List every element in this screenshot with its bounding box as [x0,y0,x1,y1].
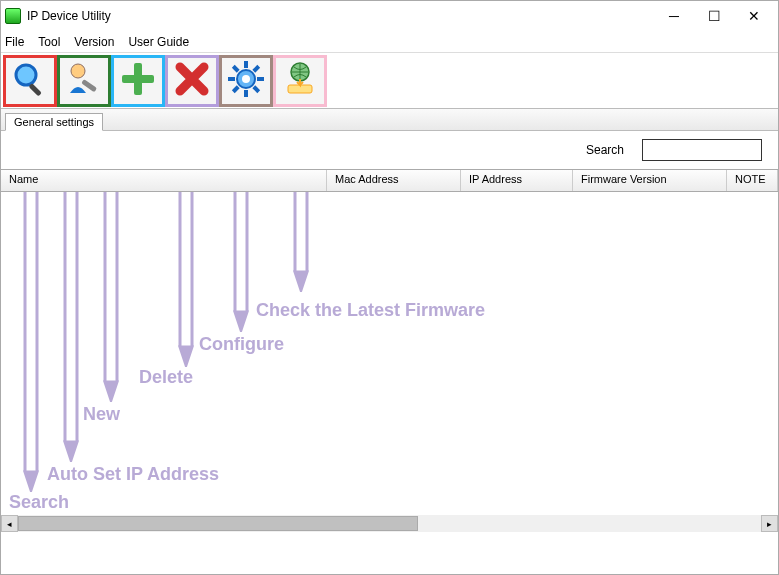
horizontal-scrollbar[interactable]: ◂ ▸ [1,515,778,532]
arrow-firmware [291,192,311,292]
col-mac[interactable]: Mac Address [327,170,461,191]
titlebar: IP Device Utility ─ ☐ ✕ [1,1,778,31]
annot-configure: Configure [199,334,284,355]
annot-firmware: Check the Latest Firmware [256,300,485,321]
svg-rect-8 [244,90,248,97]
globe-download-icon [280,59,320,102]
maximize-button[interactable]: ☐ [694,2,734,30]
annot-new: New [83,404,120,425]
menu-tool[interactable]: Tool [38,35,60,49]
search-input[interactable] [642,139,762,161]
close-button[interactable]: ✕ [734,2,774,30]
plus-icon [118,59,158,102]
svg-point-15 [242,75,250,83]
svg-rect-13 [232,65,240,73]
annot-delete: Delete [139,367,193,388]
annot-search: Search [9,492,69,513]
menu-file[interactable]: File [5,35,24,49]
menu-user-guide[interactable]: User Guide [128,35,189,49]
svg-rect-12 [232,85,240,93]
svg-rect-9 [228,77,235,81]
toolbar-configure-button[interactable] [219,55,273,107]
menubar: File Tool Version User Guide [1,31,778,53]
tab-general-settings[interactable]: General settings [5,113,103,131]
scroll-right-button[interactable]: ▸ [761,515,778,532]
arrow-search [21,192,41,492]
arrow-autoset [61,192,81,462]
svg-point-0 [16,65,36,85]
svg-rect-7 [244,61,248,68]
toolbar-new-button[interactable] [111,55,165,107]
user-wrench-icon [64,59,104,102]
scroll-thumb[interactable] [18,516,418,531]
col-fw[interactable]: Firmware Version [573,170,727,191]
annot-autoset: Auto Set IP Address [47,464,219,485]
arrow-delete [176,192,196,367]
svg-rect-1 [28,83,41,96]
toolbar-search-button[interactable] [3,55,57,107]
x-icon [172,59,212,102]
search-row: Search [1,131,778,169]
svg-rect-11 [252,65,260,73]
grid-header: Name Mac Address IP Address Firmware Ver… [1,170,778,192]
toolbar-delete-button[interactable] [165,55,219,107]
scroll-left-button[interactable]: ◂ [1,515,18,532]
toolbar [1,53,778,109]
app-icon [5,8,21,24]
arrow-new [101,192,121,402]
svg-rect-10 [257,77,264,81]
window-title: IP Device Utility [27,9,654,23]
menu-version[interactable]: Version [74,35,114,49]
device-grid: Name Mac Address IP Address Firmware Ver… [1,169,778,532]
svg-point-2 [71,64,85,78]
col-name[interactable]: Name [1,170,327,191]
grid-body: Check the Latest Firmware Configure Dele… [1,192,778,532]
toolbar-autoset-button[interactable] [57,55,111,107]
tabbar: General settings [1,109,778,131]
col-ip[interactable]: IP Address [461,170,573,191]
gear-icon [226,59,266,102]
svg-rect-14 [252,85,260,93]
toolbar-firmware-button[interactable] [273,55,327,107]
magnifier-icon [10,59,50,102]
minimize-button[interactable]: ─ [654,2,694,30]
search-label: Search [586,143,624,157]
col-note[interactable]: NOTE [727,170,778,191]
svg-rect-5 [122,75,154,83]
arrow-configure [231,192,251,332]
